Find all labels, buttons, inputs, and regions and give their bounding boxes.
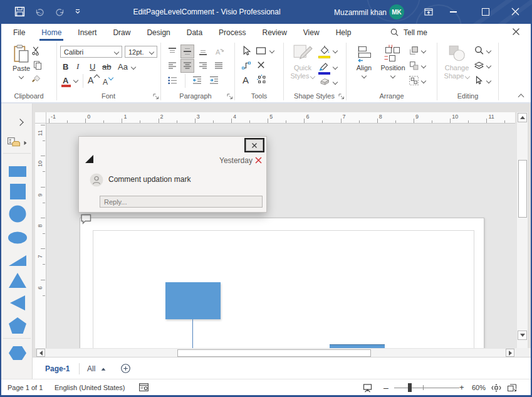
zoom-level[interactable]: 60% [472,384,486,391]
change-case-chevron-icon[interactable] [131,65,136,70]
close-window-button[interactable] [511,8,519,16]
layers-icon[interactable] [474,60,484,71]
minimize-button[interactable] [450,11,457,13]
avatar[interactable]: MK [389,4,404,19]
align-middle-button[interactable] [180,45,194,58]
send-backward-icon[interactable] [409,60,419,71]
group-shapes-chevron-icon[interactable] [421,78,426,83]
group-shapes-icon[interactable] [409,75,419,86]
font-dialog-launcher-icon[interactable] [153,93,159,100]
connection-point-tool-icon[interactable] [256,60,266,70]
find-chevron-icon[interactable] [486,48,491,53]
paragraph-dialog-launcher-icon[interactable] [227,93,233,100]
rectangle-tool-chevron-icon[interactable] [269,48,274,53]
fill-chevron-icon[interactable] [333,48,338,53]
increase-indent-button[interactable] [207,73,221,87]
close-document-icon[interactable] [512,28,520,36]
comment-delete-icon[interactable] [255,157,262,164]
align-left-button[interactable] [165,59,179,73]
tab-review[interactable]: Review [254,24,295,41]
ribbon-display-options-icon[interactable] [424,7,434,17]
font-size-select[interactable]: 12pt. [125,46,157,58]
select-icon[interactable] [474,75,484,86]
font-name-select[interactable]: Calibri [60,46,122,58]
stencil-shape-pentagon[interactable] [7,315,28,336]
align-bottom-button[interactable] [196,45,210,58]
align-top-button[interactable] [165,45,179,58]
stencil-shape-square[interactable] [7,181,28,202]
qat-customize-icon[interactable] [75,9,81,14]
shrink-font-button[interactable]: A [103,75,108,87]
effects-chevron-icon[interactable] [333,80,338,85]
comment-reply-input[interactable] [100,196,263,208]
stencil-shape-rectangle[interactable] [7,161,28,182]
position-button[interactable]: Position [378,44,408,78]
all-pages-chevron-icon[interactable] [102,368,106,370]
scroll-left-button[interactable] [36,349,45,357]
bullets-button[interactable] [165,73,179,87]
align-center-button[interactable] [180,59,194,73]
tab-home[interactable]: Home [33,24,70,41]
rectangle-tool-icon[interactable] [256,46,266,55]
zoom-slider-track[interactable] [394,388,459,389]
horizontal-scroll-thumb[interactable] [177,349,371,357]
paste-button[interactable]: Paste [9,45,34,78]
tab-draw[interactable]: Draw [105,24,138,41]
tab-data[interactable]: Data [179,24,211,41]
tell-me-label[interactable]: Tell me [404,28,427,37]
fit-page-icon[interactable] [491,383,502,393]
tab-insert[interactable]: Insert [70,24,105,41]
comment-marker-icon[interactable] [80,213,92,225]
change-case-button[interactable]: Aa [118,60,128,71]
add-page-icon[interactable] [120,363,131,374]
canvas-rectangle-shape[interactable] [165,282,221,319]
layers-chevron-icon[interactable] [486,63,491,68]
expand-shapes-panel-icon[interactable] [16,119,23,125]
all-pages-tab[interactable]: All [87,364,95,373]
fill-icon[interactable] [318,45,330,55]
stencil-shape-ellipse[interactable] [7,227,28,248]
stencil-shape-hexagon[interactable] [7,342,28,364]
zoom-slider-thumb[interactable] [408,383,412,392]
change-shape-button[interactable]: Change Shape [441,44,472,80]
scroll-down-button[interactable] [518,331,527,340]
cut-icon[interactable] [31,46,41,56]
vertical-scroll-thumb[interactable] [518,160,527,218]
stencil-icon[interactable] [7,137,21,147]
shape-styles-dialog-launcher-icon[interactable] [338,93,345,100]
undo-icon[interactable] [34,7,45,17]
stencil-shape-triangle[interactable] [7,270,28,291]
scroll-up-button[interactable] [518,113,527,122]
switch-windows-icon[interactable] [506,383,518,393]
tab-file[interactable]: File [5,24,33,41]
effects-icon[interactable] [318,77,331,87]
connector-tool-icon[interactable] [241,60,251,70]
page-tab[interactable]: Page-1 [45,364,70,373]
language-indicator[interactable]: English (United States) [55,384,125,391]
format-painter-icon[interactable] [31,75,41,84]
comment-popup-close-button[interactable] [246,139,263,151]
collapse-ribbon-icon[interactable] [518,94,524,100]
horizontal-scrollbar[interactable] [36,348,515,357]
text-rotate-button[interactable]: A [212,45,226,58]
tab-help[interactable]: Help [328,24,360,41]
bring-forward-icon[interactable] [409,45,419,56]
redo-icon[interactable] [55,7,65,17]
transform-tool-icon[interactable] [256,74,267,85]
align-button[interactable]: Align [351,44,377,78]
vertical-scrollbar[interactable] [516,112,528,348]
user-name[interactable]: Muzammil khan [334,8,387,17]
quick-styles-button[interactable]: Quick Styles [289,44,316,80]
stencil-shape-left-triangle[interactable] [7,292,28,314]
font-color-chevron-icon[interactable] [73,78,78,83]
justify-button[interactable] [212,59,226,73]
decrease-indent-button[interactable] [190,73,204,87]
stencil-flyout-icon[interactable] [24,141,27,145]
font-color-button[interactable]: A [63,74,68,85]
pointer-tool-icon[interactable] [241,45,252,56]
line-chevron-icon[interactable] [333,65,338,70]
presentation-mode-icon[interactable] [362,383,373,393]
tab-process[interactable]: Process [211,24,254,41]
tab-design[interactable]: Design [138,24,178,41]
stencil-shape-right-triangle[interactable] [7,250,28,271]
